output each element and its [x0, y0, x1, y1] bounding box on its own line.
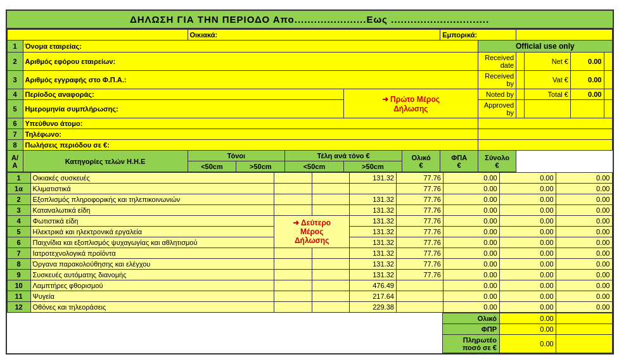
data-cell: 77.76: [396, 259, 443, 270]
received-by-val: [516, 71, 525, 89]
header-row-6: 6 Υπεύθυνο άτομο:: [7, 118, 612, 129]
cat-cell: Παιχνίδια και εξοπλισμός ψυχαγωγίας και …: [30, 237, 274, 248]
data-cell: 0.00: [499, 227, 556, 237]
data-cell: 0.00: [556, 227, 612, 237]
summary-table: Ολικό 0.00 ΦΠΡ 0.00 Πληρωτέο ποσό σε € 0…: [7, 313, 613, 353]
vat-eur-label: Vat €: [525, 71, 571, 89]
data-cell: 0.00: [499, 270, 556, 280]
total-eur-label: Total €: [525, 89, 571, 100]
sales-label: Πωλήσεις περιόδου σε €:: [23, 140, 478, 151]
data-cell: 0.00: [443, 205, 499, 216]
aa-cell: 6: [7, 237, 30, 248]
data-cell: 77.76: [396, 227, 443, 237]
data-cell: 77.76: [396, 205, 443, 216]
table-row: 8Όργανα παρακολούθησης και ελέγχου131.32…: [7, 259, 612, 270]
table-row: 9Συσκευές αυτόματης διανομής131.3277.760…: [7, 270, 612, 280]
fpa-header: ΦΠΑ€: [440, 151, 478, 172]
data-cell: 131.32: [349, 227, 396, 237]
data-cell: 131.32: [349, 173, 396, 184]
cat-cell: Εξοπλισμός πληροφορικής και τηλεπικοινων…: [30, 194, 274, 205]
table-row: 1αΚλιματιστικά77.760.000.000.00: [7, 184, 612, 194]
empty-sum1b: [556, 313, 612, 324]
oliko-header: Ολικό€: [402, 151, 440, 172]
data-cell: [274, 291, 312, 302]
data-cell: 77.76: [396, 248, 443, 259]
oliko-sum-label: Ολικό: [442, 313, 499, 324]
data-cell: 0.00: [499, 248, 556, 259]
cat-cell: Καταναλωτικά είδη: [30, 205, 274, 216]
data-cell: 77.76: [396, 194, 443, 205]
emporika-text: Εμπορικά:: [440, 30, 516, 41]
data-cell: 77.76: [396, 270, 443, 280]
data-cell: [312, 270, 349, 280]
summary-payable-row: Πληρωτέο ποσό σε € 0.00: [7, 335, 613, 353]
net-eur-label: Net €: [525, 53, 571, 71]
data-cell: [312, 173, 349, 184]
header-row-5: 5 Ημερομηνία συμπλήρωσης: Approved by: [7, 100, 612, 118]
data-cell: 229.38: [349, 302, 396, 313]
data-cell: 0.00: [499, 205, 556, 216]
table-row: 12Οθόνες και τηλεοράσεις229.380.000.000.…: [7, 302, 612, 313]
aa-header: Α/Α: [7, 151, 23, 172]
fpa-label: Αριθμός εγγραφής στο Φ.Π.Α.:: [23, 71, 478, 89]
data-cell: 0.00: [556, 259, 612, 270]
data-cell: 0.00: [499, 280, 556, 291]
data-cell: 0.00: [556, 291, 612, 302]
aa-cell: 11: [7, 291, 30, 302]
rownum-5: 5: [7, 100, 23, 118]
noted-by-label: Noted by: [478, 89, 516, 100]
fpa-sum-label: ΦΠΡ: [442, 324, 499, 335]
summary-fpa-row: ΦΠΡ 0.00: [7, 324, 613, 335]
data-cell: 131.32: [349, 248, 396, 259]
cat-cell: Όργανα παρακολούθησης και ελέγχου: [30, 259, 274, 270]
header-row-0: Οικιακά: Εμπορικά:: [7, 30, 612, 41]
data-cell: 77.76: [396, 173, 443, 184]
data-cell: 0.00: [499, 237, 556, 248]
received-date-label: Received date: [478, 53, 516, 71]
cat-cell: Οικιακές συσκευές: [30, 173, 274, 184]
data-cell: 0.00: [556, 237, 612, 248]
data-cell: [312, 259, 349, 270]
teli-lt50: <50cm: [285, 161, 343, 172]
eforos-label: Αριθμός εφόρου εταιρείων:: [23, 53, 478, 71]
data-cell: [396, 291, 443, 302]
rownum-8: 8: [7, 140, 23, 151]
data-cell: 0.00: [499, 184, 556, 194]
data-cell: [396, 280, 443, 291]
aa-cell: 9: [7, 270, 30, 280]
data-cell: [274, 302, 312, 313]
data-cell: [312, 194, 349, 205]
table-row: 7Ιατροτεχνολογικά προϊόντα131.3277.760.0…: [7, 248, 612, 259]
data-cell: 0.00: [443, 237, 499, 248]
empty-2: [604, 53, 612, 71]
cat-cell: Φωτιστικά είδη: [30, 216, 274, 227]
gt50-tonoi: >50cm: [236, 161, 285, 172]
oliko-sum-val: 0.00: [499, 313, 556, 324]
table-row: 11Ψυγεία217.640.000.000.00: [7, 291, 612, 302]
empty-5a: [525, 100, 571, 118]
rownum-2: 2: [7, 53, 23, 71]
lt50-tonoi: <50cm: [188, 161, 236, 172]
empty-sum3b: [556, 335, 612, 353]
table-row: 4Φωτιστικά είδη➜ ΔεύτεροΜέροςΔήλωσης131.…: [7, 216, 612, 227]
aa-cell: 3: [7, 205, 30, 216]
data-cell: [312, 205, 349, 216]
data-cell: 0.00: [443, 227, 499, 237]
phone-label: Τηλέφωνο:: [23, 129, 478, 140]
data-cell: 217.64: [349, 291, 396, 302]
teli-gt50: >50cm: [343, 161, 402, 172]
data-cell: [274, 194, 312, 205]
header-row-1: 1 Όνομα εταιρείας: Official use only: [7, 41, 612, 53]
header-row-2: 2 Αριθμός εφόρου εταιρείων: Received dat…: [7, 53, 612, 71]
payable-val: 0.00: [499, 335, 556, 353]
data-cell: 77.76: [396, 184, 443, 194]
tonoi-header: Τόνοι: [188, 151, 285, 161]
data-cell: 0.00: [499, 173, 556, 184]
data-cell: 0.00: [556, 173, 612, 184]
data-cell: 0.00: [443, 302, 499, 313]
received-by-label: Received by: [478, 71, 516, 89]
data-table: 1Οικιακές συσκευές131.3277.760.000.000.0…: [7, 172, 613, 313]
synolo-header: Σύνολο€: [478, 151, 516, 172]
empty-sum3: [7, 335, 443, 353]
data-cell: [274, 205, 312, 216]
